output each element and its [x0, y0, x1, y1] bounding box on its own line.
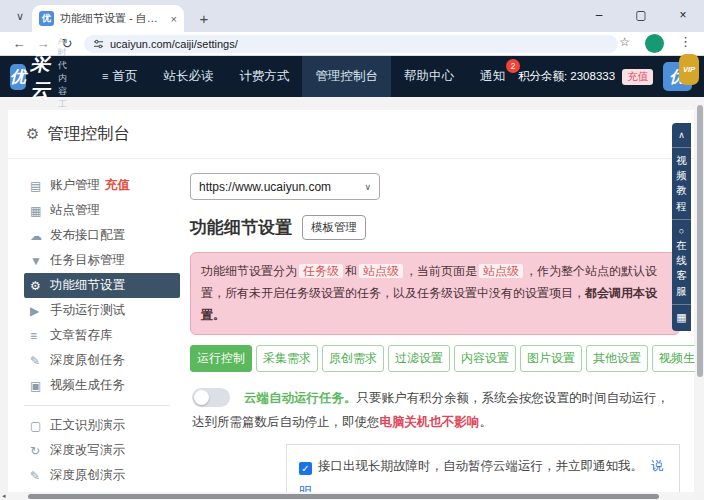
window-close-button[interactable]: × — [662, 0, 704, 32]
browser-profile-avatar[interactable] — [645, 34, 664, 53]
vertical-scrollbar[interactable] — [695, 97, 704, 492]
sidebar-divider — [24, 405, 170, 406]
sidebar-label: 任务目标管理 — [50, 252, 125, 269]
sidebar-label: 发布接口配置 — [50, 227, 125, 244]
nav-item-console[interactable]: 管理控制台 — [302, 56, 391, 97]
sidebar-item-original-demo[interactable]: ✎深度原创演示 — [24, 463, 180, 488]
sidebar-item-original-task[interactable]: ✎深度原创任务 — [24, 348, 180, 373]
restore-button[interactable]: ▢ — [620, 0, 662, 32]
qr-code-icon[interactable]: ▦ — [672, 310, 691, 324]
logo-icon[interactable]: 优 — [10, 64, 26, 90]
site-level-badge: 站点级 — [359, 264, 403, 278]
settings-panel: https://www.ucaiyun.com ∨ 功能细节设置 模板管理 功能… — [180, 169, 694, 500]
sidebar-item-rewrite-demo[interactable]: ↻深度改写演示 — [24, 438, 180, 463]
sidebar-label: 正文识别演示 — [50, 417, 125, 434]
sidebar-item-account[interactable]: ▤账户管理充值 — [24, 173, 180, 198]
site-header: 优 采云 AI时代内容工厂 ≡首页 站长必读 计费方式 管理控制台 帮助中心 通… — [0, 56, 704, 97]
tab-close-icon[interactable]: × — [171, 13, 177, 25]
alert-text: 功能细节设置分为 — [201, 264, 297, 278]
tab-run-control[interactable]: 运行控制 — [190, 345, 252, 372]
task-level-badge: 任务级 — [299, 264, 343, 278]
sidebar-label: 深度原创演示 — [50, 467, 125, 484]
window-controls: – ▢ × — [578, 0, 704, 32]
tab-image[interactable]: 图片设置 — [520, 345, 582, 372]
top-nav: ≡首页 站长必读 计费方式 管理控制台 帮助中心 通知2 — [89, 56, 518, 97]
sidebar-item-detail-settings[interactable]: ⚙功能细节设置 — [24, 273, 180, 298]
checkbox-checked-icon[interactable]: ✓ — [299, 462, 312, 475]
logo-wordmark[interactable]: 采云 — [30, 50, 52, 104]
grid-icon: ▦ — [30, 204, 50, 218]
horizontal-scrollbar[interactable]: ◂ — [0, 492, 695, 500]
nav-label: 管理控制台 — [315, 69, 378, 83]
sidebar-item-content-demo[interactable]: ▢正文识别演示 — [24, 413, 180, 438]
nav-label: 帮助中心 — [404, 69, 454, 83]
toggle-desc: 。 — [480, 415, 493, 429]
sidebar-item-publish-api[interactable]: ☁发布接口配置 — [24, 223, 180, 248]
sidebar-label: 深度改写演示 — [50, 442, 125, 459]
sidebar-item-video-task[interactable]: ▣视频生成任务 — [24, 373, 180, 398]
sidebar-recharge-link[interactable]: 充值 — [105, 177, 130, 194]
horizontal-scrollbar-thumb[interactable] — [28, 494, 659, 499]
sidebar-item-manual-test[interactable]: ▶手动运行测试 — [24, 298, 180, 323]
sidebar-item-article-store[interactable]: ≡文章暂存库 — [24, 323, 180, 348]
sidebar-item-task-targets[interactable]: ▼任务目标管理 — [24, 248, 180, 273]
nav-item-help[interactable]: 帮助中心 — [391, 56, 467, 97]
minimize-button[interactable]: – — [578, 0, 620, 32]
nav-item-notifications[interactable]: 通知2 — [467, 56, 518, 97]
user-avatar[interactable]: 优VIP — [663, 62, 692, 91]
browser-menu-icon[interactable]: ⋮ — [679, 34, 692, 49]
address-bar[interactable]: ucaiyun.com/caiji/settings/ — [84, 35, 618, 53]
gears-icon: ⚙ — [30, 279, 50, 293]
tab-title: 功能细节设置 - 自动文章采集器 — [60, 11, 165, 26]
cloud-run-toggle[interactable] — [192, 388, 230, 407]
tab-collect[interactable]: 采集需求 — [256, 345, 318, 372]
header-right: 积分余额: 2308333 充值 优VIP — [518, 62, 698, 91]
alert-text: 和 — [345, 264, 357, 278]
scroll-left-arrow-icon[interactable]: ◂ — [2, 492, 6, 500]
hamburger-icon: ≡ — [102, 70, 108, 82]
page-title: 管理控制台 — [47, 123, 130, 145]
online-service-link[interactable]: 在线客服 — [675, 238, 688, 299]
console-card: ⚙ 管理控制台 ▤账户管理充值 ▦站点管理 ☁发布接口配置 ▼任务目标管理 ⚙功… — [8, 110, 694, 492]
url-text[interactable]: ucaiyun.com/caiji/settings/ — [110, 38, 238, 50]
vip-badge: VIP — [679, 54, 699, 85]
vertical-scrollbar-thumb[interactable] — [697, 105, 703, 377]
sidebar-label: 账户管理 — [50, 177, 100, 194]
sidebar-label: 功能细节设置 — [50, 277, 125, 294]
new-tab-button[interactable]: + — [192, 7, 216, 31]
chevron-down-icon: ∨ — [364, 182, 371, 192]
back-button[interactable]: ← — [10, 35, 28, 53]
sidebar-label: 站点管理 — [50, 202, 100, 219]
pencil-icon: ✎ — [30, 469, 50, 483]
sidebar-item-sites[interactable]: ▦站点管理 — [24, 198, 180, 223]
nav-item-pricing[interactable]: 计费方式 — [226, 56, 302, 97]
browser-tab[interactable]: 优 功能细节设置 - 自动文章采集器 × — [32, 5, 184, 32]
page-header: ⚙ 管理控制台 — [8, 110, 694, 159]
recharge-button[interactable]: 充值 — [622, 69, 653, 85]
nav-label: 通知 — [480, 69, 505, 83]
chart-bar-icon: ▤ — [30, 179, 50, 193]
favicon-icon: 优 — [39, 11, 54, 26]
site-select[interactable]: https://www.ucaiyun.com ∨ — [190, 173, 380, 200]
headset-icon: ○ — [672, 225, 691, 238]
monitor-icon: ▢ — [30, 419, 50, 433]
funnel-icon: ▼ — [30, 254, 50, 268]
cloud-run-toggle-row: 云端自动运行任务。只要账户有积分余额，系统会按您设置的时间自动运行，达到所需篇数… — [190, 386, 680, 435]
tab-original[interactable]: 原创需求 — [322, 345, 384, 372]
tab-filter[interactable]: 过滤设置 — [388, 345, 450, 372]
nav-item-must-read[interactable]: 站长必读 — [150, 56, 226, 97]
sidebar-label: 文章暂存库 — [50, 327, 113, 344]
video-icon: ▣ — [30, 379, 50, 393]
tab-other[interactable]: 其他设置 — [586, 345, 648, 372]
toggle-knob — [194, 390, 209, 405]
bookmark-star-icon[interactable]: ☆ — [619, 35, 630, 49]
option-text: 接口出现长期故障时，自动暂停云端运行，并立即通知我。 — [318, 459, 643, 473]
video-tutorial-link[interactable]: 视频教程 — [675, 153, 688, 214]
tab-content[interactable]: 内容设置 — [454, 345, 516, 372]
screen: ∨ 优 功能细节设置 - 自动文章采集器 × + – ▢ × ← → ↻ uca… — [0, 0, 704, 500]
tab-search-icon[interactable]: ∨ — [8, 6, 32, 26]
nav-item-home[interactable]: ≡首页 — [89, 56, 150, 97]
site-settings-icon[interactable] — [93, 39, 104, 50]
collapse-chevron-icon[interactable]: ∧ — [672, 128, 691, 142]
template-manage-button[interactable]: 模板管理 — [302, 215, 366, 240]
